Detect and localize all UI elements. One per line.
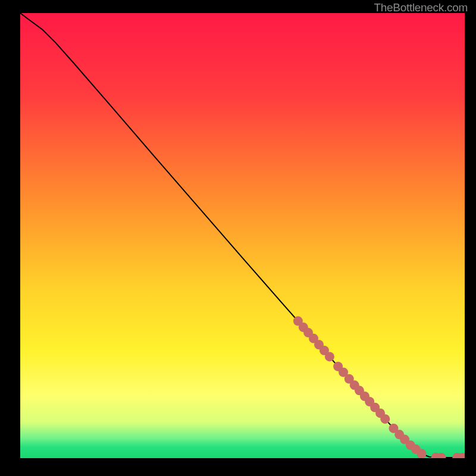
gradient-background <box>20 13 465 458</box>
data-marker <box>325 352 334 361</box>
plot-area <box>20 13 465 458</box>
data-marker <box>380 414 390 424</box>
data-marker <box>417 449 427 458</box>
chart-svg <box>20 13 465 458</box>
chart-container: TheBottleneck.com <box>0 0 476 476</box>
attribution-text: TheBottleneck.com <box>374 1 468 14</box>
